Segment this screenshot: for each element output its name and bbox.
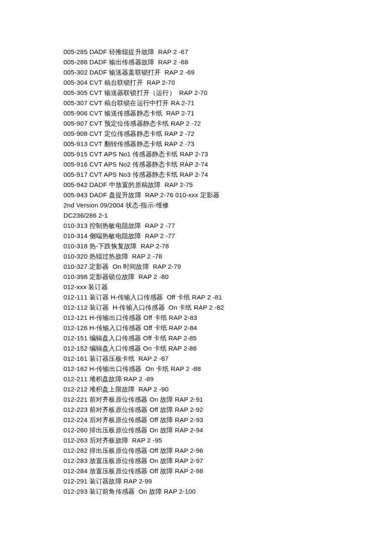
- text-line: 005-942 DADF 中放置的原稿故障 RAP 2-75: [63, 180, 392, 190]
- text-line: 005-906 CVT 输送传感器静态卡纸 RAP 2-71: [63, 108, 392, 118]
- text-line: 005-916 CVT APS No2 传感器静态卡纸 RAP 2-74: [63, 159, 392, 170]
- text-line: 012-112 装订器 H-传输入口传感器 On 卡纸 RAP 2 -82: [63, 302, 392, 313]
- text-line: 005-907 CVT 预定位传感器静态卡纸 RAP 2 -72: [63, 118, 392, 129]
- text-line: 012-293 装订前角传感器 On 故障 RAP 2-100: [63, 486, 392, 497]
- text-line: 005-304 CVT 稿台联锁打开 RAP 2-70: [63, 78, 392, 88]
- text-line: 010-318 热-下跌恢复故障 RAP 2-78: [63, 241, 392, 251]
- text-line: 005-917 CVT APS No3 传感器静态卡纸 RAP 2-74: [63, 170, 392, 180]
- text-line: 2nd Version 09/2004 状态-指示-维修: [63, 200, 392, 210]
- text-line: 012-162 H-传输出口传感器 On 卡纸 RAP 2 -88: [63, 364, 392, 374]
- text-line: 012-161 装订器压板卡纸 RAP 2 -87: [63, 354, 392, 364]
- document-page: 005-285 DADF 轻推辊提升故障 RAP 2 -67005-286 DA…: [0, 0, 392, 555]
- text-line: 005-285 DADF 轻推辊提升故障 RAP 2 -67: [63, 47, 392, 57]
- text-line: 010-314 侧端热敏电阻故障 RAP 2 -77: [63, 231, 392, 241]
- text-line: 012-xxx 装订器: [63, 282, 392, 292]
- text-line: 012-121 H-传输出口传感器 Off 卡纸 RAP 2-83: [63, 313, 392, 323]
- text-line: 012-211 堆积盘故障 RAP 2 -89: [63, 374, 392, 384]
- text-line: 012-212 堆积盘上限故障 RAP 2 -90: [63, 384, 392, 394]
- text-line: 005-913 CVT 翻转传感器静态卡纸 RAP 2 -73: [63, 139, 392, 149]
- text-line: 005-915 CVT APS No1 传感器静态卡纸 RAP 2-73: [63, 149, 392, 159]
- text-line: DC236/286 2-1: [63, 210, 392, 221]
- text-line: 012-221 前对齐板原位传感器 On 故障 RAP 2-91: [63, 394, 392, 405]
- text-line: 010-320 热辊过热故障 RAP 2 -78: [63, 251, 392, 262]
- text-block: 005-285 DADF 轻推辊提升故障 RAP 2 -67005-286 DA…: [63, 47, 392, 497]
- text-line: 012-282 排出压板原位传感器 Off 故障 RAP 2-96: [63, 446, 392, 456]
- text-line: 010-327 定影器 On 时间故障 RAP 2-79: [63, 262, 392, 272]
- text-line: 005-302 DADF 输送器盖联锁打开 RAP 2 -69: [63, 67, 392, 78]
- text-line: 010-313 控制热敏电阻故障 RAP 2 -77: [63, 221, 392, 231]
- text-line: 012-224 后对齐板原位传感器 Off 故障 RAP 2-93: [63, 415, 392, 425]
- text-line: 012-151 编辑盘入口传感器 Off 卡纸 RAP 2-85: [63, 333, 392, 343]
- text-line: 012-223 前对齐板原位传感器 Off 故障 RAP 2-92: [63, 405, 392, 415]
- text-line: 012-283 放置压板原位传感器 On 故障 RAP 2-97: [63, 456, 392, 466]
- text-line: 010-398 定影器锁位故障 RAP 2 -80: [63, 272, 392, 282]
- text-line: 012-284 放置压板原位传感器 Off 故障 RAP 2-98: [63, 466, 392, 476]
- text-line: 012-152 编辑盘入口传感器 On 卡纸 RAP 2-86: [63, 343, 392, 354]
- text-line: 005-908 CVT 定位传感器静态卡纸 RAP 2 -72: [63, 129, 392, 139]
- text-line: 012-260 排出压板原位传感器 On 故障 RAP 2-94: [63, 425, 392, 435]
- text-line: 012-263 后对齐板故障 RAP 2 -95: [63, 435, 392, 446]
- text-line: 012-126 H-传输入口传感器 Off 卡纸 RAP 2-84: [63, 323, 392, 333]
- text-line: 005-307 CVT 稿台联锁在运行中打开 RA 2-71: [63, 98, 392, 108]
- text-line: 005-305 CVT 输送器联锁打开（运行） RAP 2-70: [63, 88, 392, 98]
- text-line: 005-943 DADF 盘提升故障 RAP 2-76 010-xxx 定影器: [63, 190, 392, 200]
- text-line: 012-111 装订器 H-传输入口传感器 Off 卡纸 RAP 2 -81: [63, 292, 392, 302]
- text-line: 005-286 DADF 输出传感器故障 RAP 2 -68: [63, 57, 392, 67]
- text-line: 012-291 装订器故障 RAP 2-99: [63, 476, 392, 486]
